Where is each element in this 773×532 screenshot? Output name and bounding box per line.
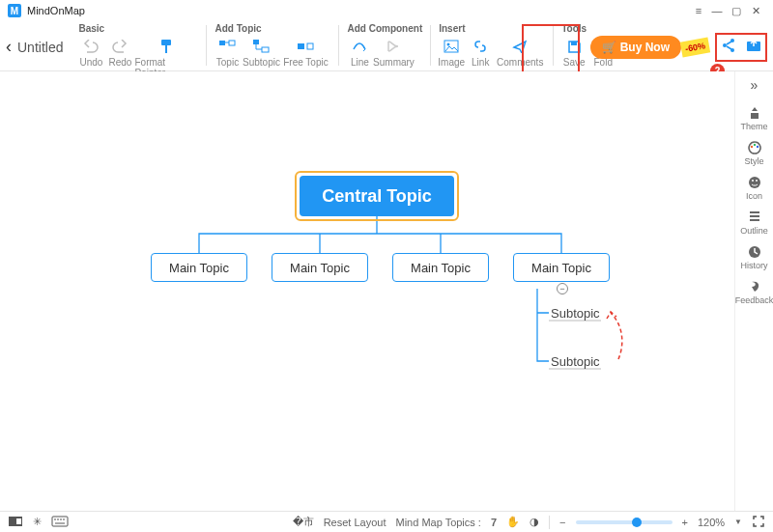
minimize-button[interactable]: — <box>707 5 727 16</box>
summary-label: Summary <box>373 57 415 68</box>
link-button[interactable]: Link <box>466 36 495 68</box>
sidebar-item-label: Style <box>744 156 763 166</box>
summary-icon <box>386 38 401 55</box>
menu-icon[interactable]: ≡ <box>688 5 707 16</box>
svg-rect-1 <box>165 45 167 53</box>
main-topic-node[interactable]: Main Topic <box>392 253 489 282</box>
save-button[interactable]: Save <box>559 36 588 68</box>
sidebar-item-label: Theme <box>740 122 767 131</box>
freetopic-button[interactable]: Free Topic <box>280 36 330 68</box>
svg-rect-5 <box>262 47 269 52</box>
toolbar-separator <box>206 25 207 66</box>
reset-layout-label[interactable]: Reset Layout <box>324 517 386 528</box>
svg-point-19 <box>749 177 760 188</box>
titlebar: M MindOnMap ≡ — ▢ <box>0 0 773 21</box>
app-name: MindOnMap <box>27 5 85 16</box>
svg-point-18 <box>756 146 758 148</box>
export-icon[interactable] <box>746 38 761 57</box>
keyboard-icon[interactable] <box>51 516 69 529</box>
app-logo: M <box>8 4 21 17</box>
save-icon <box>567 38 582 55</box>
topics-label: Mind Map Topics : <box>395 517 480 528</box>
style-icon <box>747 139 762 156</box>
image-icon <box>444 38 459 55</box>
svg-point-13 <box>723 43 727 47</box>
zoom-slider[interactable] <box>576 520 673 524</box>
toolbar-separator <box>338 25 339 66</box>
sidebar-item-icon[interactable]: Icon <box>735 172 774 203</box>
summary-button[interactable]: Summary <box>374 36 413 68</box>
presentation-icon[interactable] <box>8 515 23 530</box>
svg-point-17 <box>753 144 755 146</box>
close-button[interactable] <box>746 5 765 17</box>
topic-icon <box>218 38 236 55</box>
collapse-toggle[interactable]: − <box>557 283 568 294</box>
comments-button[interactable]: Comments <box>495 36 545 68</box>
svg-rect-10 <box>571 42 577 45</box>
image-button[interactable]: Image <box>437 36 466 68</box>
undo-icon <box>83 38 99 55</box>
comments-icon <box>512 38 528 55</box>
line-button[interactable]: Line <box>345 36 374 68</box>
svg-rect-24 <box>16 518 21 524</box>
back-area[interactable]: ‹ Untitled <box>6 37 63 57</box>
icon-icon <box>747 174 762 191</box>
hand-tool-icon[interactable]: ✋ <box>506 516 520 528</box>
freetopic-label: Free Topic <box>283 57 329 68</box>
svg-rect-25 <box>52 517 68 526</box>
main-topic-node[interactable]: Main Topic <box>151 253 247 282</box>
sidebar-item-label: Icon <box>746 191 762 201</box>
reset-layout-icon[interactable]: �市 <box>293 515 314 529</box>
outline-icon <box>747 209 762 226</box>
cart-icon: 🛒 <box>602 41 616 54</box>
zoom-in-button[interactable]: + <box>682 517 688 528</box>
group-basic-label: Basic <box>78 23 198 35</box>
link-label: Link <box>472 57 489 68</box>
sidebar-item-style[interactable]: Style <box>735 137 774 168</box>
toolbar-separator <box>430 25 431 66</box>
main-area: Central Topic Main Topic Main Topic Main… <box>0 71 773 511</box>
maximize-button[interactable]: ▢ <box>727 5 746 17</box>
buy-now-button[interactable]: 🛒 Buy Now <box>590 36 681 59</box>
discount-badge: -60% <box>680 38 710 58</box>
sidebar-item-label: History <box>740 261 767 270</box>
subtopic-label: Subtopic <box>243 57 280 68</box>
sidebar-item-outline[interactable]: Outline <box>735 207 774 238</box>
subtopic-node[interactable]: Subtopic <box>551 354 600 369</box>
subtopic-icon <box>252 38 270 55</box>
pointer-tool-icon[interactable]: ◑ <box>530 516 539 528</box>
toolbar-separator <box>553 25 554 66</box>
canvas[interactable]: Central Topic Main Topic Main Topic Main… <box>0 71 734 511</box>
sidebar-item-history[interactable]: History <box>735 241 774 272</box>
sidebar-item-feedback[interactable]: Feedback <box>735 276 774 307</box>
subtopic-node[interactable]: Subtopic <box>551 306 600 321</box>
main-topic-node[interactable]: Main Topic <box>513 253 610 282</box>
fullscreen-icon[interactable] <box>752 515 765 530</box>
image-label: Image <box>438 57 465 68</box>
topic-button[interactable]: Topic <box>213 36 242 68</box>
save-label: Save <box>563 57 586 68</box>
brightness-icon[interactable]: ✳ <box>33 516 42 528</box>
feedback-icon <box>747 278 762 295</box>
svg-rect-7 <box>307 43 313 49</box>
main-topic-node[interactable]: Main Topic <box>272 253 368 282</box>
sidebar-item-theme[interactable]: Theme <box>735 102 774 133</box>
svg-point-21 <box>756 180 758 182</box>
central-topic-node[interactable]: Central Topic <box>300 176 454 216</box>
sidebar-collapse-icon[interactable]: » <box>751 77 759 93</box>
share-icon[interactable] <box>721 38 736 57</box>
group-addcomponent-label: Add Component <box>347 23 422 35</box>
right-sidebar: » Theme Style Icon Outline History Feedb… <box>734 71 773 511</box>
svg-rect-6 <box>298 43 304 49</box>
format-painter-icon <box>158 38 174 55</box>
line-label: Line <box>351 57 369 68</box>
subtopic-button[interactable]: Subtopic <box>242 36 280 68</box>
group-addtopic-label: Add Topic <box>215 23 330 35</box>
connector-lines <box>0 71 734 511</box>
sidebar-item-label: Outline <box>740 226 768 236</box>
zoom-out-button[interactable]: − <box>559 517 565 528</box>
comments-label: Comments <box>497 57 543 68</box>
zoom-thumb[interactable] <box>632 518 642 527</box>
freetopic-icon <box>297 38 314 55</box>
group-insert-label: Insert <box>439 23 545 35</box>
